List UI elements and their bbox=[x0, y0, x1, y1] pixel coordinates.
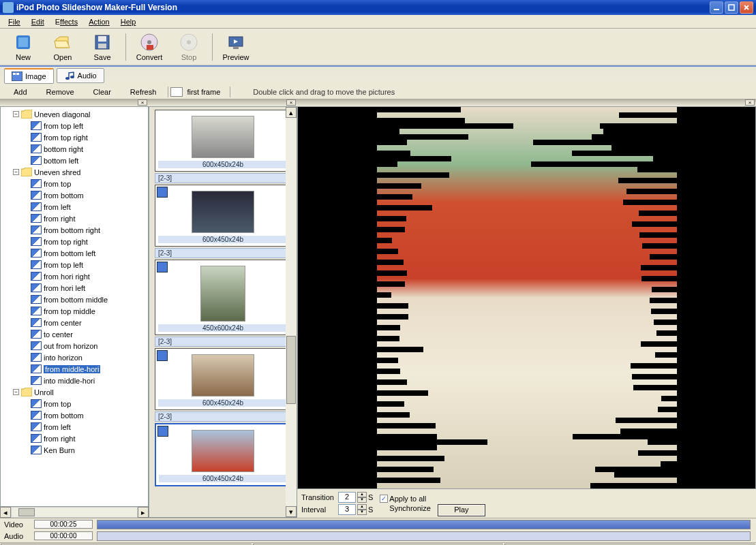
video-track[interactable] bbox=[97, 520, 751, 529]
add-button[interactable]: Add bbox=[4, 87, 37, 97]
tree-effect-item[interactable]: Ken Burn bbox=[1, 444, 148, 456]
effect-icon bbox=[31, 399, 42, 408]
effect-icon bbox=[31, 364, 42, 373]
tree-effect-item[interactable]: bottom left bbox=[1, 155, 148, 166]
tree-effect-item[interactable]: from center bbox=[1, 317, 148, 328]
tree-effect-item[interactable]: from top bbox=[1, 178, 148, 189]
effect-icon bbox=[31, 121, 42, 130]
thumbnail-item[interactable]: [2-3]600x450x24b bbox=[155, 337, 291, 410]
tree-effect-item[interactable]: from top right bbox=[1, 131, 148, 143]
tree-effect-item[interactable]: from middle-hori bbox=[1, 363, 148, 375]
new-button[interactable]: New bbox=[4, 30, 42, 64]
preview-button[interactable]: Preview bbox=[217, 30, 255, 64]
tree-folder[interactable]: −Uneven diagonal bbox=[1, 108, 148, 120]
effect-icon bbox=[31, 144, 42, 153]
menu-file[interactable]: File bbox=[3, 16, 26, 27]
tree-effect-label: from middle-hori bbox=[44, 365, 100, 373]
control-bar: Transition 2 ▲▼ S Interval 3 ▲▼ S ✓ Appl… bbox=[297, 489, 756, 518]
tree-effect-item[interactable]: from bottom middle bbox=[1, 294, 148, 305]
preview-image bbox=[377, 107, 677, 488]
tree-effect-item[interactable]: from bottom bbox=[1, 409, 148, 421]
preview-canvas bbox=[297, 106, 756, 489]
effect-icon bbox=[31, 422, 42, 431]
interval-spinner[interactable]: ▲▼ bbox=[357, 504, 367, 515]
tab-audio[interactable]: Audio bbox=[57, 68, 104, 83]
effect-icon bbox=[31, 179, 42, 188]
play-button[interactable]: Play bbox=[438, 504, 485, 516]
stop-button: Stop bbox=[170, 30, 208, 64]
clear-button[interactable]: Clear bbox=[84, 87, 121, 97]
tree-folder[interactable]: −Unroll bbox=[1, 386, 148, 398]
effects-tree[interactable]: −Uneven diagonalfrom top leftfrom top ri… bbox=[0, 106, 149, 507]
scroll-left-icon[interactable]: ◂ bbox=[0, 507, 11, 518]
scroll-up-icon[interactable]: ▴ bbox=[286, 107, 297, 118]
tree-effect-item[interactable]: from top left bbox=[1, 259, 148, 270]
save-button[interactable]: Save bbox=[83, 30, 121, 64]
svg-rect-16 bbox=[233, 47, 239, 49]
scroll-down-icon[interactable]: ▾ bbox=[286, 506, 297, 517]
tree-effect-item[interactable]: from right bbox=[1, 433, 148, 444]
svg-point-13 bbox=[187, 40, 191, 44]
tree-effect-item[interactable]: from top bbox=[1, 398, 148, 409]
thumb-dimensions: 450x600x24b bbox=[158, 324, 288, 332]
transition-input[interactable]: 2 bbox=[338, 492, 356, 503]
remove-button[interactable]: Remove bbox=[37, 87, 84, 97]
menu-effects[interactable]: Effects bbox=[50, 16, 83, 27]
tree-effect-item[interactable]: from left bbox=[1, 201, 148, 213]
convert-button[interactable]: Convert bbox=[130, 30, 168, 64]
timeline: Video 00:00:25 Audio 00:00:00 bbox=[0, 518, 756, 542]
tree-effect-item[interactable]: bottom right bbox=[1, 143, 148, 155]
thumbnail-item[interactable]: [2-3]600x450x24b bbox=[155, 173, 291, 247]
tree-folder[interactable]: −Uneven shred bbox=[1, 166, 148, 178]
thumbnail-item[interactable]: [2-3]450x600x24b bbox=[155, 248, 291, 335]
tree-effect-item[interactable]: from top right bbox=[1, 236, 148, 247]
minimize-button[interactable] bbox=[710, 1, 723, 14]
collapse-icon[interactable]: − bbox=[13, 111, 19, 117]
interval-input[interactable]: 3 bbox=[338, 504, 356, 515]
thumbnail-list[interactable]: 600x450x24b[2-3]600x450x24b[2-3]450x600x… bbox=[149, 106, 297, 518]
tree-effect-label: bottom left bbox=[44, 157, 78, 165]
menu-help[interactable]: Help bbox=[115, 16, 142, 27]
thumbnail-item[interactable]: 600x450x24b bbox=[155, 110, 291, 172]
refresh-button[interactable]: Refresh bbox=[121, 87, 166, 97]
synchronize-label[interactable]: Synchronize bbox=[389, 504, 431, 512]
tree-effect-item[interactable]: from bottom bbox=[1, 189, 148, 201]
tree-effect-item[interactable]: into horizon bbox=[1, 352, 148, 363]
thumbnail-item[interactable]: [2-3]600x450x24b bbox=[155, 411, 291, 486]
tree-effect-item[interactable]: from left bbox=[1, 421, 148, 433]
panel-close-icon[interactable]: × bbox=[286, 99, 296, 106]
folder-icon bbox=[21, 110, 32, 119]
effect-icon bbox=[31, 214, 42, 223]
tree-effect-item[interactable]: from right bbox=[1, 213, 148, 224]
tree-effect-item[interactable]: from hori left bbox=[1, 282, 148, 294]
svg-rect-19 bbox=[16, 73, 19, 75]
v-scrollbar[interactable]: ▴ ▾ bbox=[286, 107, 297, 517]
audio-track[interactable] bbox=[97, 531, 751, 541]
transition-spinner[interactable]: ▲▼ bbox=[357, 492, 367, 503]
statusbar bbox=[0, 542, 756, 545]
apply-all-checkbox[interactable]: ✓ bbox=[380, 495, 388, 503]
open-button[interactable]: Open bbox=[44, 30, 82, 64]
collapse-icon[interactable]: − bbox=[13, 389, 19, 395]
h-scrollbar[interactable]: ◂ ▸ bbox=[0, 507, 149, 518]
tree-effect-item[interactable]: to center bbox=[1, 328, 148, 340]
tree-effect-label: from bottom left bbox=[44, 249, 95, 258]
tab-image[interactable]: Image bbox=[4, 68, 54, 84]
menu-action[interactable]: Action bbox=[83, 16, 115, 27]
collapse-icon[interactable]: − bbox=[13, 169, 19, 175]
panel-close-icon[interactable]: × bbox=[138, 99, 147, 106]
tree-effect-item[interactable]: from top left bbox=[1, 120, 148, 131]
close-button[interactable] bbox=[740, 1, 753, 14]
tree-effect-item[interactable]: into middle-hori bbox=[1, 375, 148, 386]
tree-effect-item[interactable]: out from horizon bbox=[1, 340, 148, 352]
audio-time: 00:00:00 bbox=[34, 531, 93, 540]
scroll-right-icon[interactable]: ▸ bbox=[138, 507, 149, 518]
menu-edit[interactable]: Edit bbox=[26, 16, 50, 27]
tree-effect-item[interactable]: from bottom right bbox=[1, 224, 148, 236]
first-frame-checkbox[interactable] bbox=[170, 87, 183, 97]
maximize-button[interactable] bbox=[725, 1, 738, 14]
tree-effect-item[interactable]: from top middle bbox=[1, 305, 148, 317]
panel-close-icon[interactable]: × bbox=[745, 99, 755, 106]
tree-effect-item[interactable]: from bottom left bbox=[1, 247, 148, 259]
tree-effect-item[interactable]: from hori right bbox=[1, 270, 148, 282]
